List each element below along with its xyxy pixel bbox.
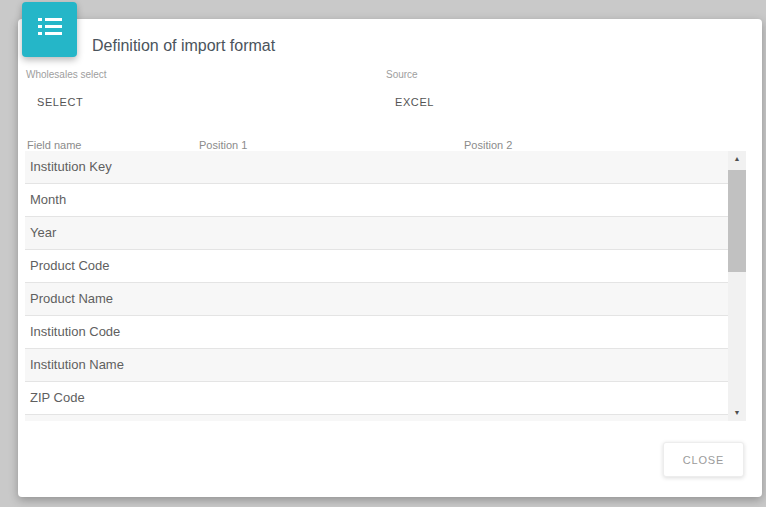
scroll-up-icon[interactable]: ▲ — [728, 151, 746, 167]
screen-backdrop: Definition of import format Wholesales s… — [0, 0, 766, 507]
table-row[interactable]: Institution Code — [25, 316, 728, 349]
import-format-dialog: Definition of import format Wholesales s… — [18, 19, 762, 497]
field-list: Institution Key Month Year Product Code … — [25, 151, 746, 421]
scrollbar-thumb[interactable] — [728, 170, 746, 272]
table-row-partial[interactable] — [25, 415, 728, 421]
list-icon — [38, 24, 62, 36]
column-header-position-1: Position 1 — [199, 139, 247, 151]
dialog-title: Definition of import format — [92, 36, 275, 55]
table-row[interactable]: Month — [25, 184, 728, 217]
source-label: Source — [386, 69, 418, 80]
table-row[interactable]: Product Code — [25, 250, 728, 283]
table-row[interactable]: Institution Key — [25, 151, 728, 184]
menu-button[interactable] — [22, 2, 77, 57]
table-column-headers: Field name Position 1 Position 2 — [18, 139, 762, 151]
table-row[interactable]: Institution Name — [25, 349, 728, 382]
scroll-down-icon[interactable]: ▼ — [728, 405, 746, 421]
table-row[interactable]: Year — [25, 217, 728, 250]
column-header-position-2: Position 2 — [464, 139, 512, 151]
close-button[interactable]: CLOSE — [663, 442, 744, 477]
table-row[interactable]: ZIP Code — [25, 382, 728, 415]
wholesales-select-label: Wholesales select — [26, 69, 107, 80]
source-select[interactable]: EXCEL — [387, 90, 442, 114]
wholesales-select-button[interactable]: SELECT — [29, 90, 91, 114]
field-rows: Institution Key Month Year Product Code … — [25, 151, 728, 421]
column-header-field-name: Field name — [27, 139, 81, 151]
vertical-scrollbar[interactable]: ▲ ▼ — [728, 151, 746, 421]
table-row[interactable]: Product Name — [25, 283, 728, 316]
